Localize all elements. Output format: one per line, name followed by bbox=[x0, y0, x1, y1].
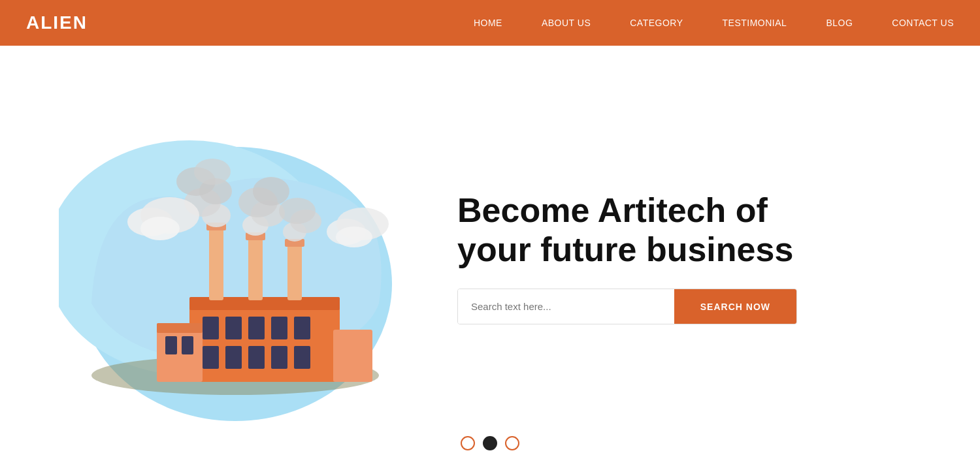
svg-rect-11 bbox=[271, 317, 287, 339]
svg-rect-6 bbox=[157, 323, 203, 333]
svg-point-34 bbox=[253, 177, 289, 206]
search-input[interactable] bbox=[458, 289, 674, 324]
nav-link-testimonial[interactable]: TESTIMONIAL bbox=[723, 18, 787, 28]
svg-rect-19 bbox=[182, 336, 193, 354]
nav-item-about[interactable]: ABOUT US bbox=[542, 17, 591, 29]
svg-rect-10 bbox=[248, 317, 265, 339]
hero-content: Become Artitech of your future business … bbox=[418, 191, 928, 325]
svg-rect-22 bbox=[248, 235, 263, 300]
factory-svg bbox=[59, 95, 412, 421]
nav-link-category[interactable]: CATEGORY bbox=[630, 18, 683, 28]
nav-link-blog[interactable]: BLOG bbox=[826, 18, 853, 28]
svg-rect-17 bbox=[294, 346, 310, 369]
dot-2[interactable] bbox=[483, 436, 497, 450]
nav-link-contact[interactable]: CONTACT US bbox=[892, 18, 954, 28]
svg-rect-12 bbox=[294, 317, 310, 339]
hero-illustration bbox=[52, 88, 418, 428]
svg-rect-15 bbox=[248, 346, 265, 369]
navbar: ALIEN HOME ABOUT US CATEGORY TESTIMONIAL… bbox=[0, 0, 980, 46]
nav-item-testimonial[interactable]: TESTIMONIAL bbox=[723, 17, 787, 29]
nav-link-about[interactable]: ABOUT US bbox=[542, 18, 591, 28]
search-button[interactable]: SEARCH NOW bbox=[674, 289, 796, 324]
nav-item-blog[interactable]: BLOG bbox=[826, 17, 853, 29]
svg-point-43 bbox=[336, 227, 372, 247]
search-box: SEARCH NOW bbox=[457, 289, 797, 324]
svg-point-30 bbox=[194, 159, 231, 185]
svg-rect-20 bbox=[209, 225, 223, 300]
svg-rect-8 bbox=[203, 317, 219, 339]
nav-item-home[interactable]: HOME bbox=[474, 17, 502, 29]
nav-links: HOME ABOUT US CATEGORY TESTIMONIAL BLOG … bbox=[474, 17, 954, 29]
svg-point-37 bbox=[279, 198, 316, 224]
svg-rect-9 bbox=[225, 317, 242, 339]
hero-title: Become Artitech of your future business bbox=[457, 191, 928, 270]
nav-item-category[interactable]: CATEGORY bbox=[630, 17, 683, 29]
svg-rect-7 bbox=[333, 330, 372, 382]
nav-link-home[interactable]: HOME bbox=[474, 18, 502, 28]
nav-item-contact[interactable]: CONTACT US bbox=[892, 17, 954, 29]
slider-dots bbox=[461, 436, 519, 450]
hero-section: Become Artitech of your future business … bbox=[0, 46, 980, 470]
svg-rect-18 bbox=[165, 336, 177, 354]
dot-1[interactable] bbox=[461, 436, 475, 450]
svg-rect-24 bbox=[287, 242, 302, 300]
svg-rect-16 bbox=[271, 346, 287, 369]
svg-point-40 bbox=[140, 217, 180, 240]
svg-rect-13 bbox=[203, 346, 219, 369]
logo: ALIEN bbox=[26, 12, 88, 33]
svg-rect-14 bbox=[225, 346, 242, 369]
dot-3[interactable] bbox=[505, 436, 519, 450]
